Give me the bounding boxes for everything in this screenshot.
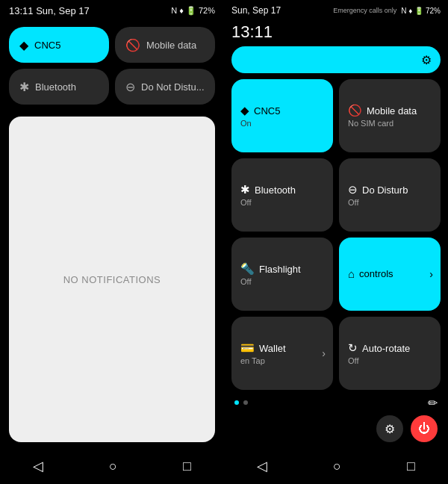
right-mobile-icon: 🚫	[348, 104, 362, 117]
back-button[interactable]: ◁	[33, 458, 43, 474]
right-date: Sun, Sep 17	[231, 5, 281, 16]
wifi-icon: ◆	[19, 38, 28, 52]
right-wifi-sub: On	[240, 119, 324, 128]
left-tile-wifi-label: CNC5	[34, 40, 60, 51]
right-tile-flashlight[interactable]: 🔦 Flashlight Off	[231, 238, 333, 311]
home-button[interactable]: ○	[109, 459, 117, 474]
power-button[interactable]: ⏻	[411, 415, 438, 442]
left-nav-bar: ◁ ○ □	[0, 448, 224, 484]
edit-icon[interactable]: ✏	[428, 396, 438, 410]
left-tile-mobile-label: Mobile data	[146, 40, 196, 51]
right-tile-controls[interactable]: ⌂ controls ›	[339, 238, 441, 311]
left-tile-bluetooth[interactable]: ✱ Bluetooth	[9, 69, 109, 105]
right-controls-row: ⚙ ⏻	[224, 412, 448, 448]
left-status-bar: 13:11 Sun, Sep 17 N ♦ 🔋 72%	[0, 0, 224, 21]
settings-button[interactable]: ⚙	[376, 415, 403, 442]
right-tile-dnd[interactable]: ⊖ Do Disturb Off	[339, 158, 441, 232]
right-tile-bluetooth[interactable]: ✱ Bluetooth Off	[231, 158, 333, 232]
dot-2	[243, 400, 248, 405]
right-status-icons: N ♦ 🔋 72%	[401, 7, 441, 15]
right-autorotate-label: Auto-rotate	[362, 343, 410, 354]
right-recents-button[interactable]: □	[407, 459, 415, 474]
left-tile-bluetooth-label: Bluetooth	[35, 81, 76, 93]
dnd-icon: ⊖	[125, 80, 135, 94]
settings-icon: ⚙	[385, 422, 395, 436]
right-controls-icon: ⌂	[348, 267, 355, 280]
recents-button[interactable]: □	[183, 459, 191, 474]
right-wallet-icon: 💳	[240, 341, 255, 355]
right-controls-label: controls	[359, 268, 393, 279]
brightness-bar[interactable]: ⚙	[231, 46, 441, 73]
right-wifi-label: CNC5	[254, 105, 280, 117]
right-time: 13:11	[231, 22, 273, 42]
right-dnd-icon: ⊖	[348, 183, 358, 196]
right-wifi-icon: ◆	[240, 104, 249, 117]
right-tile-mobile[interactable]: 🚫 Mobile data No SIM card	[339, 79, 441, 152]
left-battery-text: N ♦ 🔋 72%	[171, 6, 215, 16]
page-dots	[234, 394, 248, 411]
right-wallet-label: Wallet	[259, 343, 286, 354]
right-mobile-label: Mobile data	[367, 105, 417, 117]
right-quick-tiles: ◆ CNC5 On 🚫 Mobile data No SIM card ✱ Bl…	[224, 79, 448, 390]
power-icon: ⏻	[418, 422, 430, 435]
right-tile-wifi[interactable]: ◆ CNC5 On	[231, 79, 333, 152]
left-panel: 13:11 Sun, Sep 17 N ♦ 🔋 72% ◆ CNC5 🚫 Mob…	[0, 0, 224, 484]
bottom-bar: ✏	[224, 390, 448, 412]
left-quick-tiles: ◆ CNC5 🚫 Mobile data ✱ Bluetooth ⊖ Do No…	[0, 21, 224, 111]
right-flashlight-label: Flashlight	[259, 264, 301, 275]
right-bluetooth-label: Bluetooth	[255, 184, 296, 196]
right-bluetooth-sub: Off	[240, 198, 324, 207]
right-time-bar: 13:11	[224, 21, 448, 46]
dot-1	[234, 400, 239, 405]
right-bluetooth-icon: ✱	[240, 183, 250, 196]
right-dnd-label: Do Disturb	[362, 184, 408, 196]
notification-area: NO NOTIFICATIONS	[9, 117, 215, 442]
wallet-arrow-icon: ›	[322, 347, 326, 359]
left-status-icons: N ♦ 🔋 72%	[171, 6, 215, 16]
right-mobile-sub: No SIM card	[348, 119, 432, 128]
right-back-button[interactable]: ◁	[257, 458, 267, 474]
right-flashlight-sub: Off	[240, 277, 324, 286]
emergency-text: Emergency calls only	[333, 7, 396, 14]
bluetooth-icon: ✱	[19, 80, 29, 94]
mobile-data-icon: 🚫	[125, 38, 140, 52]
right-panel: Sun, Sep 17 Emergency calls only N ♦ 🔋 7…	[224, 0, 448, 484]
right-nav-bar: ◁ ○ □	[224, 448, 448, 484]
left-tile-dnd[interactable]: ⊖ Do Not Distu...	[115, 69, 215, 105]
brightness-icon: ⚙	[421, 53, 432, 67]
right-status-bar: Sun, Sep 17 Emergency calls only N ♦ 🔋 7…	[224, 0, 448, 21]
right-dnd-sub: Off	[348, 198, 432, 207]
right-status-info: Emergency calls only N ♦ 🔋 72%	[333, 7, 441, 15]
right-autorotate-sub: Off	[348, 356, 432, 365]
right-autorotate-icon: ↻	[348, 341, 358, 355]
right-wallet-sub: en Tap	[240, 356, 324, 365]
right-flashlight-icon: 🔦	[240, 262, 255, 276]
right-home-button[interactable]: ○	[333, 459, 341, 474]
left-tile-mobile[interactable]: 🚫 Mobile data	[115, 27, 215, 63]
right-tile-autorotate[interactable]: ↻ Auto-rotate Off	[339, 317, 441, 390]
left-tile-wifi[interactable]: ◆ CNC5	[9, 27, 109, 63]
right-tile-wallet[interactable]: 💳 Wallet en Tap ›	[231, 317, 333, 390]
left-tile-dnd-label: Do Not Distu...	[141, 81, 205, 93]
controls-arrow-icon: ›	[429, 268, 433, 280]
no-notifications-text: NO NOTIFICATIONS	[63, 274, 161, 285]
left-time: 13:11 Sun, Sep 17	[9, 5, 90, 16]
